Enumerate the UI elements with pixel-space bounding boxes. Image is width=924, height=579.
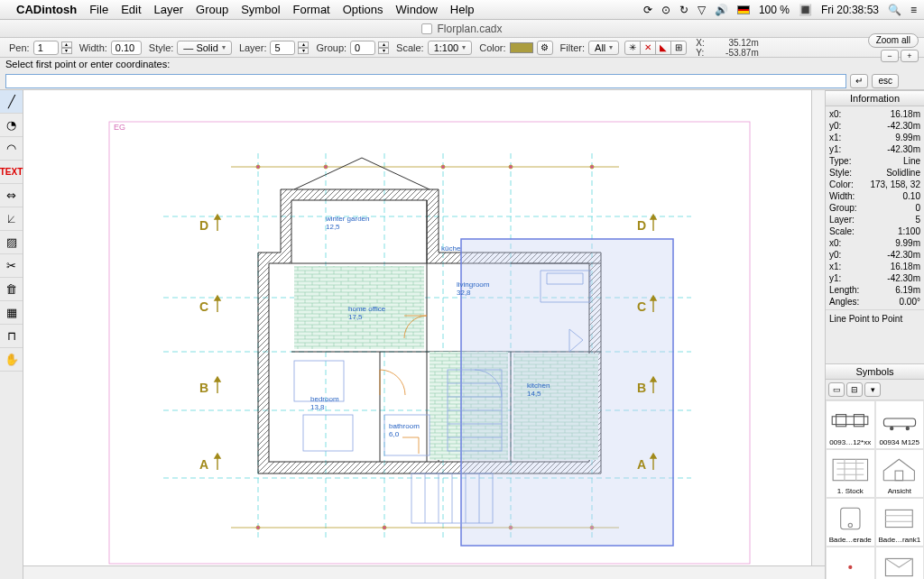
scrollbar-horizontal[interactable] bbox=[23, 565, 825, 579]
pen-field[interactable]: 1 bbox=[33, 41, 59, 55]
tool-palette: ╱◔◠TEXT⇔⟀▨✂🗑▦⊓✋ bbox=[0, 90, 23, 579]
text-tool[interactable]: TEXT bbox=[0, 161, 23, 184]
dimension-tool[interactable]: ⇔ bbox=[0, 184, 23, 207]
symbol-cell[interactable]: 1. Stock bbox=[826, 449, 875, 498]
pattern-tool[interactable]: ▦ bbox=[0, 301, 23, 325]
line-tool[interactable]: ╱ bbox=[0, 90, 23, 114]
menu-window[interactable]: Window bbox=[396, 3, 438, 16]
symbol-cell[interactable]: Ansicht bbox=[875, 449, 925, 498]
menu-edit[interactable]: Edit bbox=[121, 3, 141, 16]
circle-tool[interactable]: ◠ bbox=[0, 137, 23, 161]
mac-menubar: CADintosh File Edit Layer Group Symbol F… bbox=[0, 0, 924, 20]
group-stepper[interactable]: ▴▾ bbox=[378, 41, 389, 54]
filter-select[interactable]: All bbox=[588, 41, 619, 55]
battery-label: 100 % bbox=[759, 4, 790, 16]
symbol-car-icon[interactable]: ⊟ bbox=[846, 382, 863, 397]
style-select[interactable]: — Solid bbox=[177, 41, 232, 55]
confirm-button[interactable]: ↵ bbox=[850, 74, 868, 88]
info-row: Width:0.10 bbox=[829, 190, 920, 202]
app-name[interactable]: CADintosh bbox=[16, 3, 77, 16]
info-row: Scale:1:100 bbox=[829, 225, 920, 237]
flag-icon[interactable] bbox=[737, 4, 750, 16]
wifi-icon[interactable]: ▽ bbox=[698, 4, 706, 16]
symbol-cell[interactable]: Bett bbox=[875, 547, 925, 579]
volume-icon[interactable]: 🔊 bbox=[715, 4, 728, 16]
scrollbar-vertical[interactable] bbox=[811, 90, 825, 565]
arc-tool[interactable]: ◔ bbox=[0, 114, 23, 137]
battery-icon[interactable]: 🔳 bbox=[799, 4, 812, 16]
menu-symbol[interactable]: Symbol bbox=[241, 3, 280, 16]
color-swatch[interactable] bbox=[510, 42, 533, 53]
color-label: Color: bbox=[479, 42, 505, 53]
group-label: Group: bbox=[316, 42, 346, 53]
symbols-panel-header: Symbols bbox=[826, 363, 924, 380]
svg-point-16 bbox=[324, 165, 328, 169]
snap-star-icon[interactable]: ✳ bbox=[624, 41, 641, 55]
symbol-cell[interactable]: Bade…rank1 bbox=[875, 498, 925, 547]
snap-group: ✳ ✕ ◣ ⊞ bbox=[625, 41, 687, 55]
menu-format[interactable]: Format bbox=[293, 3, 330, 16]
sync-icon[interactable]: ⊙ bbox=[661, 4, 670, 16]
zoom-out-button[interactable]: − bbox=[881, 50, 899, 62]
menu-group[interactable]: Group bbox=[196, 3, 228, 16]
hatch-tool[interactable]: ▨ bbox=[0, 231, 23, 254]
wall-tool[interactable]: ⊓ bbox=[0, 325, 23, 348]
info-row: Color:173, 158, 32 bbox=[829, 179, 920, 190]
svg-text:bathroom6,0: bathroom6,0 bbox=[389, 422, 420, 438]
group-field[interactable]: 0 bbox=[350, 41, 375, 55]
snap-grid-icon[interactable]: ⊞ bbox=[670, 41, 687, 55]
symbol-cell[interactable]: 00934 M125 bbox=[875, 400, 925, 449]
pan-tool[interactable]: ✋ bbox=[0, 348, 23, 372]
coord-input[interactable] bbox=[5, 74, 846, 88]
svg-rect-61 bbox=[833, 459, 867, 480]
symbol-add-icon[interactable]: ▭ bbox=[828, 382, 845, 397]
trim-tool[interactable]: ✂ bbox=[0, 254, 23, 278]
menu-layer[interactable]: Layer bbox=[154, 3, 184, 16]
symbols-grid: 0093…12*xx00934 M1251. StockAnsichtBade…… bbox=[826, 400, 924, 579]
dropbox-icon[interactable]: ⟳ bbox=[643, 4, 652, 16]
pen-stepper[interactable]: ▴▾ bbox=[61, 41, 72, 54]
eg-label: EG bbox=[114, 123, 125, 132]
angle-tool[interactable]: ⟀ bbox=[0, 207, 23, 231]
scale-select[interactable]: 1:100 bbox=[428, 41, 473, 55]
gear-icon[interactable]: ⚙ bbox=[537, 41, 553, 55]
info-row: Angles:0.00° bbox=[829, 296, 920, 308]
width-field[interactable]: 0.10 bbox=[111, 41, 142, 55]
notifications-icon[interactable]: ≡ bbox=[910, 4, 917, 16]
info-row: x1:16.18m bbox=[829, 261, 920, 272]
esc-button[interactable]: esc bbox=[872, 74, 899, 88]
info-row: y0:-42.30m bbox=[829, 249, 920, 261]
symbol-cell[interactable]: Balke…*90d bbox=[826, 547, 875, 579]
layer-stepper[interactable]: ▴▾ bbox=[298, 41, 309, 54]
layer-field[interactable]: 5 bbox=[270, 41, 295, 55]
snap-x-icon[interactable]: ✕ bbox=[640, 41, 656, 55]
info-row: Layer:5 bbox=[829, 214, 920, 225]
info-row: Style:Solidline bbox=[829, 167, 920, 179]
svg-point-18 bbox=[509, 165, 513, 169]
info-row: y0:-42.30m bbox=[829, 120, 920, 132]
svg-rect-58 bbox=[883, 418, 915, 427]
symbol-cell[interactable]: Bade…erade bbox=[826, 498, 875, 547]
zoom-all-button[interactable]: Zoom all bbox=[868, 33, 919, 48]
symbol-cell[interactable]: 0093…12*xx bbox=[826, 400, 875, 449]
spotlight-icon[interactable]: 🔍 bbox=[888, 4, 901, 16]
right-panels: Information x0:16.18my0:-42.30mx1:9.99my… bbox=[825, 90, 924, 579]
svg-text:B: B bbox=[637, 381, 646, 395]
symbol-menu-icon[interactable]: ▾ bbox=[864, 382, 881, 397]
menu-options[interactable]: Options bbox=[343, 3, 383, 16]
mode-label: Line Point to Point bbox=[826, 309, 924, 327]
delete-tool[interactable]: 🗑 bbox=[0, 278, 23, 301]
menu-help[interactable]: Help bbox=[450, 3, 475, 16]
info-row: Length:6.19m bbox=[829, 284, 920, 296]
menu-file[interactable]: File bbox=[89, 3, 108, 16]
info-row: Type:Line bbox=[829, 155, 920, 167]
svg-text:D: D bbox=[637, 218, 646, 233]
svg-text:C: C bbox=[637, 299, 646, 314]
zoom-in-button[interactable]: + bbox=[901, 50, 919, 62]
snap-corner-icon[interactable]: ◣ bbox=[655, 41, 671, 55]
timemachine-icon[interactable]: ↻ bbox=[679, 4, 688, 16]
info-row: x0:9.99m bbox=[829, 237, 920, 249]
canvas[interactable]: EG bbox=[23, 90, 825, 579]
svg-text:A: A bbox=[637, 457, 646, 472]
info-row: y1:-42.30m bbox=[829, 272, 920, 284]
